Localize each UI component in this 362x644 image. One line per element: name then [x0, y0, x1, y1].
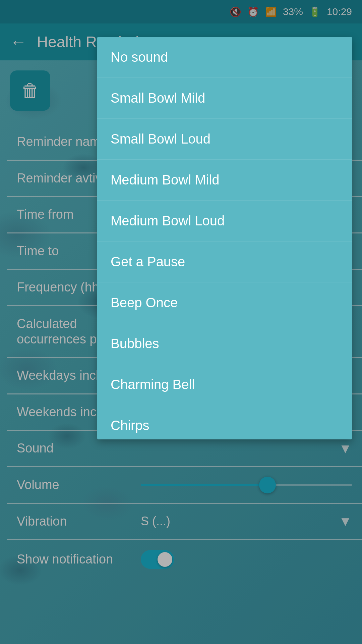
sound-option-beep-once[interactable]: Beep Once: [97, 282, 352, 323]
sound-option-small-bowl-mild[interactable]: Small Bowl Mild: [97, 78, 352, 119]
sound-dropdown-panel: No sound Small Bowl Mild Small Bowl Loud…: [97, 37, 352, 439]
sound-option-medium-bowl-mild[interactable]: Medium Bowl Mild: [97, 160, 352, 201]
sound-option-no-sound[interactable]: No sound: [97, 37, 352, 78]
sound-option-charming-bell[interactable]: Charming Bell: [97, 364, 352, 405]
sound-option-get-a-pause[interactable]: Get a Pause: [97, 241, 352, 282]
sound-option-chirps[interactable]: Chirps: [97, 405, 352, 439]
sound-option-medium-bowl-loud[interactable]: Medium Bowl Loud: [97, 201, 352, 241]
sound-option-small-bowl-loud[interactable]: Small Bowl Loud: [97, 119, 352, 160]
sound-option-bubbles[interactable]: Bubbles: [97, 323, 352, 364]
